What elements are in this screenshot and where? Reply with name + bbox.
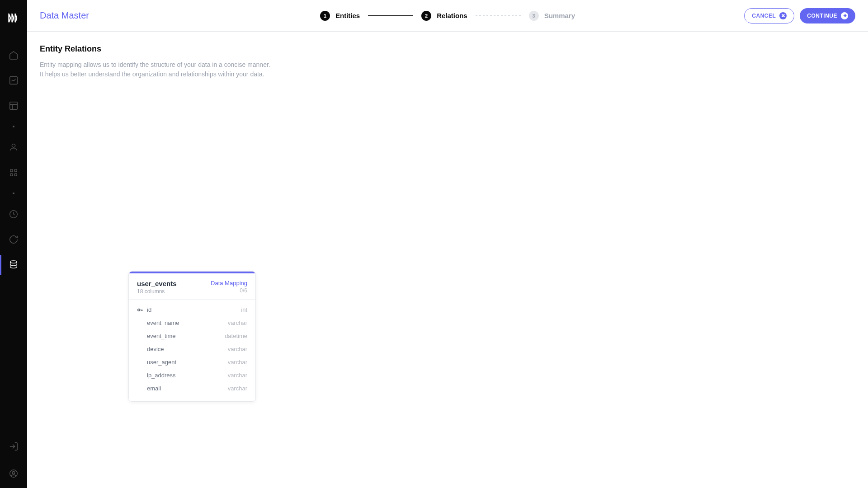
- cancel-label: CANCEL: [752, 13, 776, 19]
- field-left: event_time: [137, 333, 176, 339]
- field-name: event_name: [147, 319, 179, 326]
- app-title: Data Master: [40, 10, 89, 21]
- field-type: datetime: [225, 333, 247, 339]
- step-number: 1: [320, 11, 330, 21]
- field-left: id: [137, 306, 151, 313]
- user-icon[interactable]: [8, 142, 19, 153]
- field-name: email: [147, 385, 161, 392]
- field-type: int: [241, 306, 247, 313]
- main-container: Data Master 1 Entities 2 Relations 3 Sum…: [27, 0, 868, 488]
- step-entities[interactable]: 1 Entities: [320, 11, 360, 21]
- entity-field-row[interactable]: event_timedatetime: [137, 329, 247, 343]
- integrations-icon[interactable]: [8, 167, 19, 178]
- svg-point-3: [10, 169, 13, 172]
- activity-icon[interactable]: [8, 209, 19, 220]
- entity-field-row[interactable]: devicevarchar: [137, 343, 247, 356]
- field-name: id: [147, 306, 151, 313]
- entity-card-header: user_events 18 columns Data Mapping 0/6: [129, 273, 255, 300]
- field-name: user_agent: [147, 359, 176, 366]
- step-summary[interactable]: 3 Summary: [529, 11, 575, 21]
- field-left: user_agent: [137, 359, 176, 366]
- step-label: Relations: [437, 12, 467, 19]
- entity-mapping-group[interactable]: Data Mapping 0/6: [211, 280, 247, 295]
- section-description: Entity mapping allows us to identify the…: [40, 60, 284, 79]
- step-number: 3: [529, 11, 539, 21]
- field-left: email: [137, 385, 161, 392]
- entity-field-row[interactable]: event_namevarchar: [137, 316, 247, 329]
- step-relations[interactable]: 2 Relations: [421, 11, 467, 21]
- chart-icon[interactable]: [8, 75, 19, 86]
- cancel-button[interactable]: CANCEL: [744, 8, 794, 23]
- entity-card[interactable]: user_events 18 columns Data Mapping 0/6 …: [128, 271, 256, 402]
- field-name: event_time: [147, 333, 176, 339]
- arrow-right-icon: [841, 12, 848, 19]
- field-name: device: [147, 346, 164, 352]
- header-actions: CANCEL CONTINUE: [744, 8, 855, 23]
- svg-point-10: [12, 471, 15, 474]
- field-type: varchar: [228, 359, 247, 366]
- field-type: varchar: [228, 385, 247, 392]
- field-name: ip_address: [147, 372, 176, 379]
- svg-point-4: [14, 169, 17, 172]
- step-connector: [368, 15, 413, 16]
- sidebar-divider: [13, 192, 14, 194]
- sidebar-divider: [13, 126, 14, 127]
- entity-mapping-label: Data Mapping: [211, 280, 247, 286]
- svg-point-11: [138, 309, 140, 311]
- field-left: device: [137, 346, 164, 352]
- header: Data Master 1 Entities 2 Relations 3 Sum…: [27, 0, 868, 32]
- entity-field-row[interactable]: idint: [137, 303, 247, 316]
- sidebar-nav: [8, 50, 19, 270]
- entity-column-count: 18 columns: [137, 288, 177, 295]
- step-number: 2: [421, 11, 431, 21]
- sidebar: [0, 0, 27, 488]
- account-icon[interactable]: [8, 468, 19, 479]
- svg-point-6: [14, 174, 17, 176]
- step-label: Summary: [544, 12, 575, 19]
- entity-mapping-count: 0/6: [240, 287, 247, 294]
- field-left: ip_address: [137, 372, 176, 379]
- entity-name-group: user_events 18 columns: [137, 280, 177, 295]
- svg-point-2: [12, 144, 15, 147]
- refresh-icon[interactable]: [8, 234, 19, 245]
- home-icon[interactable]: [8, 50, 19, 61]
- database-icon[interactable]: [8, 259, 19, 270]
- section-title: Entity Relations: [40, 44, 855, 54]
- svg-point-5: [10, 174, 13, 176]
- sidebar-bottom: [8, 441, 19, 479]
- field-left: event_name: [137, 319, 179, 326]
- layout-icon[interactable]: [8, 100, 19, 111]
- content-area: Entity Relations Entity mapping allows u…: [27, 32, 868, 488]
- field-type: varchar: [228, 372, 247, 379]
- step-label: Entities: [335, 12, 360, 19]
- entity-field-row[interactable]: ip_addressvarchar: [137, 369, 247, 382]
- field-type: varchar: [228, 319, 247, 326]
- continue-label: CONTINUE: [807, 13, 837, 19]
- close-icon: [779, 12, 787, 19]
- app-logo[interactable]: [5, 9, 23, 27]
- step-connector: [476, 15, 521, 16]
- field-type: varchar: [228, 346, 247, 352]
- continue-button[interactable]: CONTINUE: [800, 8, 855, 23]
- key-icon: [137, 307, 143, 313]
- logo-icon: [7, 12, 20, 24]
- entity-fields-list: idintevent_namevarcharevent_timedatetime…: [129, 300, 255, 401]
- stepper: 1 Entities 2 Relations 3 Summary: [320, 11, 575, 21]
- svg-point-8: [10, 261, 17, 263]
- entity-name: user_events: [137, 280, 177, 287]
- entity-field-row[interactable]: user_agentvarchar: [137, 356, 247, 369]
- logout-icon[interactable]: [8, 441, 19, 452]
- entity-field-row[interactable]: emailvarchar: [137, 382, 247, 395]
- svg-rect-1: [10, 102, 18, 110]
